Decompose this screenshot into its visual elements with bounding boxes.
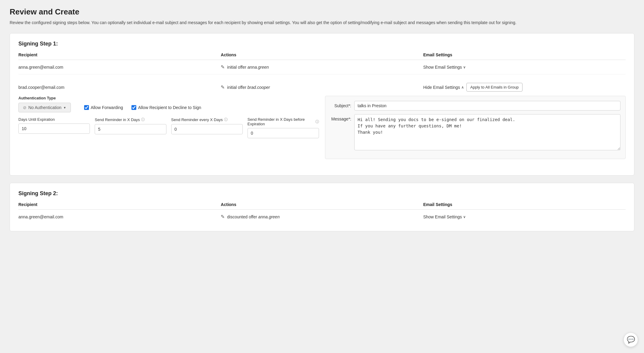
- dropdown-arrow-icon: ▼: [63, 106, 66, 109]
- recipient-email: anna.green@email.com: [18, 214, 221, 219]
- table-row: anna.green@email.com ✎ initial offer ann…: [18, 60, 626, 74]
- action-text: discounted offer anna.green: [227, 214, 279, 219]
- allow-decline-label: Allow Recipient to Decline to Sign: [138, 105, 201, 110]
- subject-row: Subject*:: [330, 101, 620, 111]
- header-actions-2: Actions: [221, 202, 423, 207]
- header-email-settings: Email Settings: [423, 52, 626, 57]
- reminder-before-info-icon: ⓘ: [315, 119, 319, 124]
- allow-decline-input[interactable]: [131, 105, 136, 110]
- table-row: brad.cooper@email.com ✎ initial offer br…: [18, 74, 626, 168]
- days-expiration-input[interactable]: [18, 123, 90, 134]
- header-recipient: Recipient: [18, 52, 221, 57]
- days-expiration-field: Days Until Expiration: [18, 117, 90, 138]
- signing-step-2: Signing Step 2: Recipient Actions Email …: [10, 183, 634, 231]
- auth-type-label: Authentication Type: [18, 96, 319, 100]
- allow-decline-checkbox[interactable]: Allow Recipient to Decline to Sign: [131, 105, 201, 110]
- edit-icon: ✎: [221, 84, 225, 90]
- action-italic: brad.cooper: [248, 85, 270, 90]
- message-row: Message*: Hi all! Sending you docs to be…: [330, 114, 620, 150]
- reminder-x-input[interactable]: [95, 124, 166, 134]
- email-settings-cell: Show Email Settings ∨: [423, 65, 626, 70]
- action-italic: anna.green: [258, 214, 280, 219]
- apply-all-emails-button[interactable]: Apply to All Emails in Group: [466, 83, 522, 92]
- chevron-down-icon: ∨: [463, 65, 466, 69]
- hide-email-label: Hide Email Settings: [423, 85, 460, 90]
- expanded-left-panel: Authentication Type ⊘ No Authentication …: [18, 96, 319, 159]
- table-header-2: Recipient Actions Email Settings: [18, 202, 626, 210]
- auth-value: No Authentication: [28, 105, 62, 110]
- reminder-every-info-icon: ⓘ: [224, 117, 228, 122]
- checkboxes-row: Allow Forwarding Allow Recipient to Decl…: [84, 105, 201, 110]
- show-email-settings-button-2[interactable]: Show Email Settings ∨: [423, 214, 466, 219]
- edit-icon: ✎: [221, 214, 225, 220]
- email-settings-cell-3: Show Email Settings ∨: [423, 214, 626, 219]
- reminder-before-input[interactable]: [248, 128, 319, 138]
- reminder-x-field: Send Reminder in X Days ⓘ: [95, 117, 166, 138]
- action-text: initial offer brad.cooper: [227, 85, 270, 90]
- recipient-email: brad.cooper@email.com: [18, 85, 221, 90]
- expiration-row: Days Until Expiration Send Reminder in X…: [18, 117, 319, 138]
- reminder-every-field: Send Reminder every X Days ⓘ: [171, 117, 243, 138]
- table-row: anna.green@email.com ✎ discounted offer …: [18, 210, 626, 224]
- expanded-right-panel: Subject*: Message*: Hi all! Sending you …: [325, 96, 626, 159]
- header-email-settings-2: Email Settings: [423, 202, 626, 207]
- step-2-title: Signing Step 2:: [18, 190, 626, 197]
- chevron-up-icon: ∧: [461, 85, 464, 89]
- reminder-x-info-icon: ⓘ: [141, 117, 145, 122]
- page-title: Review and Create: [10, 7, 634, 17]
- show-email-settings-button-1[interactable]: Show Email Settings ∨: [423, 65, 466, 70]
- allow-forwarding-checkbox[interactable]: Allow Forwarding: [84, 105, 123, 110]
- allow-forwarding-label: Allow Forwarding: [91, 105, 123, 110]
- reminder-before-field: Send Reminder in X Days before Expiratio…: [248, 117, 319, 138]
- action-text: initial offer anna.green: [227, 65, 269, 70]
- message-textarea[interactable]: Hi all! Sending you docs to be e-signed …: [354, 114, 620, 150]
- action-italic: anna.green: [248, 65, 269, 70]
- chevron-down-icon-2: ∨: [463, 215, 466, 219]
- recipient-email: anna.green@email.com: [18, 65, 221, 70]
- reminder-every-input[interactable]: [171, 124, 243, 134]
- auth-type-dropdown[interactable]: ⊘ No Authentication ▼: [18, 103, 71, 112]
- header-recipient-2: Recipient: [18, 202, 221, 207]
- show-email-label-2: Show Email Settings: [423, 214, 462, 219]
- table-header-1: Recipient Actions Email Settings: [18, 52, 626, 60]
- action-cell: ✎ discounted offer anna.green: [221, 214, 423, 220]
- reminder-x-label: Send Reminder in X Days ⓘ: [95, 117, 166, 122]
- step-1-title: Signing Step 1:: [18, 41, 626, 47]
- header-actions: Actions: [221, 52, 423, 57]
- subject-label: Subject*:: [330, 103, 351, 108]
- hide-email-settings-button[interactable]: Hide Email Settings ∧: [423, 85, 464, 90]
- message-label: Message*:: [330, 117, 351, 121]
- allow-forwarding-input[interactable]: [84, 105, 89, 110]
- days-expiration-label: Days Until Expiration: [18, 117, 90, 122]
- page-description: Review the configured signing steps belo…: [10, 20, 634, 26]
- subject-input[interactable]: [354, 101, 620, 111]
- auth-section: Authentication Type ⊘ No Authentication …: [18, 96, 319, 112]
- reminder-before-label: Send Reminder in X Days before Expiratio…: [248, 117, 319, 126]
- reminder-every-label: Send Reminder every X Days ⓘ: [171, 117, 243, 122]
- edit-icon: ✎: [221, 64, 225, 70]
- email-settings-cell-2: Hide Email Settings ∧ Apply to All Email…: [423, 83, 626, 92]
- show-email-label: Show Email Settings: [423, 65, 462, 70]
- action-cell: ✎ initial offer anna.green: [221, 64, 423, 70]
- signing-step-1: Signing Step 1: Recipient Actions Email …: [10, 33, 634, 176]
- action-cell: ✎ initial offer brad.cooper: [221, 84, 423, 90]
- no-auth-icon: ⊘: [23, 105, 27, 110]
